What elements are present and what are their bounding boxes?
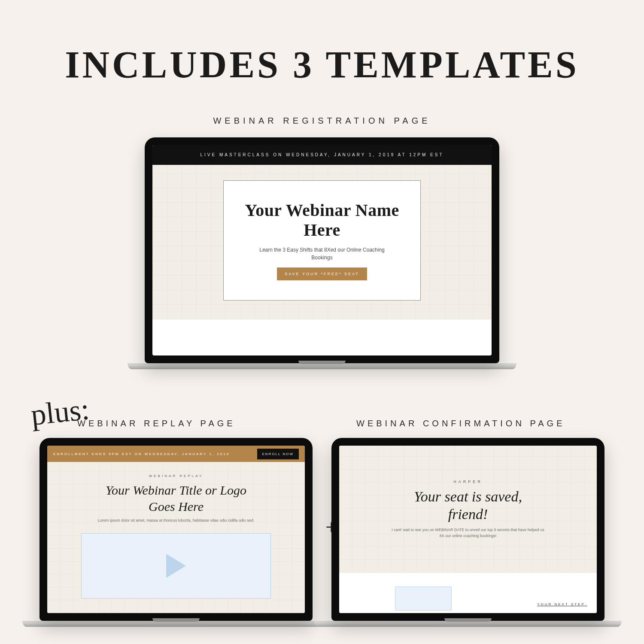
laptop-notch <box>298 361 346 364</box>
hero-card: Your Webinar Name Here Learn the 3 Easy … <box>223 180 421 301</box>
replay-title: Your Webinar Title or Logo Goes Here <box>101 482 251 514</box>
enroll-now-button[interactable]: ENROLL NOW <box>257 449 299 459</box>
thumbnail-placeholder <box>395 586 452 611</box>
section-label-confirmation: WEBINAR CONFIRMATION PAGE <box>356 419 614 428</box>
section-label-replay: WEBINAR REPLAY PAGE <box>77 419 301 428</box>
laptop-mock-registration: LIVE MASTERCLASS ON WEDNESDAY, JANUARY 1… <box>145 137 499 369</box>
video-placeholder[interactable] <box>81 533 271 598</box>
laptop-base <box>128 363 516 369</box>
replay-subcopy: Lorem ipsum dolor sit amet, massa at rho… <box>84 518 268 524</box>
confirmation-subcopy: I cant' wait to see you on WEBINAR DATE … <box>391 527 545 539</box>
confirmation-headline: Your seat is saved, friend! <box>404 488 532 523</box>
next-step-link[interactable]: YOUR NEXT STEP: <box>537 602 587 606</box>
replay-screen: ENROLLMENT ENDS 9PM EST ON WEDNESDAY, JA… <box>47 446 305 613</box>
page-title: INCLUDES 3 TEMPLATES <box>0 43 644 86</box>
play-icon <box>166 554 186 578</box>
webinar-subcopy: Learn the 3 Easy Shifts that 8Xed our On… <box>258 246 386 261</box>
laptop-base <box>22 621 330 627</box>
laptop-mock-replay: ENROLLMENT ENDS 9PM EST ON WEDNESDAY, JA… <box>39 438 313 627</box>
enrollment-bar: ENROLLMENT ENDS 9PM EST ON WEDNESDAY, JA… <box>47 446 305 462</box>
brand-eyebrow: HARPER <box>339 480 597 484</box>
enrollment-deadline: ENROLLMENT ENDS 9PM EST ON WEDNESDAY, JA… <box>53 452 230 456</box>
save-seat-button[interactable]: SAVE YOUR *FREE* SEAT <box>277 267 367 280</box>
webinar-headline: Your Webinar Name Here <box>237 200 407 240</box>
laptop-base <box>314 621 622 627</box>
laptop-mock-confirmation: HARPER Your seat is saved, friend! I can… <box>331 438 605 627</box>
replay-eyebrow: WEBINAR REPLAY <box>47 462 305 478</box>
hero-grid: Your Webinar Name Here Learn the 3 Easy … <box>152 165 492 319</box>
registration-screen: LIVE MASTERCLASS ON WEDNESDAY, JANUARY 1… <box>152 145 492 355</box>
announcement-bar: LIVE MASTERCLASS ON WEDNESDAY, JANUARY 1… <box>152 145 492 165</box>
confirmation-screen: HARPER Your seat is saved, friend! I can… <box>339 446 597 613</box>
laptop-notch <box>152 618 200 622</box>
section-label-registration: WEBINAR REGISTRATION PAGE <box>0 116 644 126</box>
confirmation-lower: YOUR NEXT STEP: <box>339 573 597 613</box>
laptop-notch <box>444 618 492 622</box>
